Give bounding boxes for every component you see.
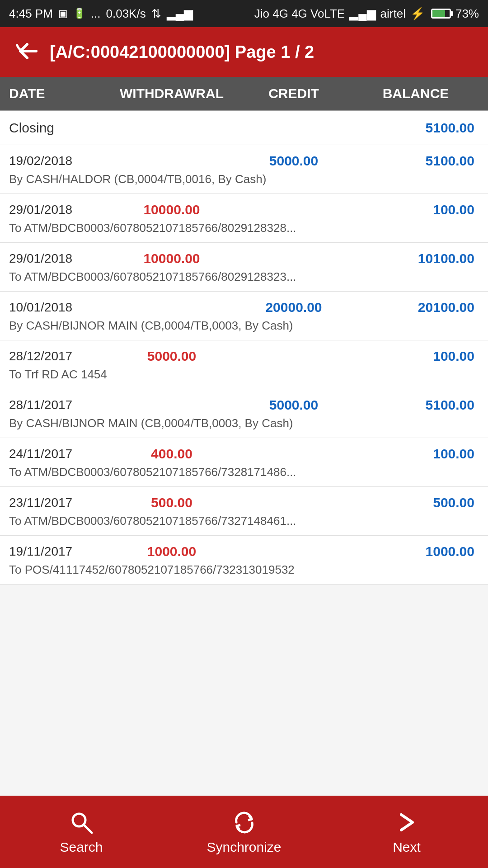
txn-withdrawal: 5000.00 xyxy=(108,349,235,364)
txn-withdrawal: 10000.00 xyxy=(108,251,235,266)
table-row: 19/02/20185000.005100.00By CASH/HALDOR (… xyxy=(0,145,488,194)
transactions-list: Closing 5100.00 19/02/20185000.005100.00… xyxy=(0,111,488,585)
table-row: 29/01/201810000.0010100.00To ATM/BDCB000… xyxy=(0,243,488,292)
table-row: 23/11/2017500.00500.00To ATM/BDCB0003/60… xyxy=(0,487,488,536)
txn-balance: 1000.00 xyxy=(352,544,479,559)
search-icon xyxy=(68,809,95,836)
status-icon-app1: ▣ xyxy=(58,8,68,19)
status-signal-bars2: ▂▄▆ xyxy=(349,7,375,21)
txn-description: To Trf RD AC 1454 xyxy=(0,366,488,389)
txn-date: 19/11/2017 xyxy=(9,544,108,559)
closing-label: Closing xyxy=(9,120,108,136)
status-signal-bars1: ▂▄▆ xyxy=(167,7,193,21)
txn-description: By CASH/BIJNOR MAIN (CB,0004/TB,0003, By… xyxy=(0,317,488,340)
txn-description: To POS/41117452/6078052107185766/7323130… xyxy=(0,561,488,584)
search-label: Search xyxy=(60,840,103,855)
col-balance: BALANCE xyxy=(352,86,479,101)
txn-date: 24/11/2017 xyxy=(9,447,108,461)
txn-date: 28/11/2017 xyxy=(9,398,108,412)
txn-balance: 100.00 xyxy=(352,446,479,462)
txn-credit: 20000.00 xyxy=(235,300,352,315)
txn-balance: 10100.00 xyxy=(352,251,479,266)
status-icon-battery-saver: 🔋 xyxy=(73,8,85,19)
status-charging-icon: ⚡ xyxy=(410,7,425,21)
txn-balance: 5100.00 xyxy=(352,397,479,413)
col-credit: CREDIT xyxy=(235,86,352,101)
table-row: 10/01/201820000.0020100.00By CASH/BIJNOR… xyxy=(0,292,488,340)
page-title: [A/C:00042100000000] Page 1 / 2 xyxy=(50,42,314,62)
txn-date: 29/01/2018 xyxy=(9,203,108,217)
txn-description: By CASH/BIJNOR MAIN (CB,0004/TB,0003, By… xyxy=(0,415,488,438)
status-time: 4:45 PM xyxy=(9,7,53,21)
next-label: Next xyxy=(393,840,421,855)
nav-synchronize[interactable]: Synchronize xyxy=(163,809,325,855)
col-withdrawal: WITHDRAWRAL xyxy=(108,86,235,101)
txn-balance: 100.00 xyxy=(352,349,479,364)
nav-next[interactable]: Next xyxy=(325,809,488,855)
col-date: DATE xyxy=(9,86,108,101)
txn-credit: 5000.00 xyxy=(235,397,352,413)
battery-icon xyxy=(431,9,451,19)
txn-balance: 500.00 xyxy=(352,495,479,510)
table-row: 28/12/20175000.00100.00To Trf RD AC 1454 xyxy=(0,340,488,389)
txn-withdrawal: 400.00 xyxy=(108,446,235,462)
status-carrier2: airtel xyxy=(380,7,406,21)
status-signal-icon: ⇅ xyxy=(151,7,161,21)
sync-icon xyxy=(230,809,258,836)
txn-description: To ATM/BDCB0003/6078052107185766/8029128… xyxy=(0,219,488,242)
txn-description: To ATM/BDCB0003/6078052107185766/7327148… xyxy=(0,512,488,535)
bottom-nav: Search Synchronize Next xyxy=(0,796,488,868)
txn-description: To ATM/BDCB0003/6078052107185766/8029128… xyxy=(0,268,488,291)
txn-date: 10/01/2018 xyxy=(9,300,108,315)
txn-credit: 5000.00 xyxy=(235,153,352,169)
synchronize-label: Synchronize xyxy=(206,840,281,855)
next-icon xyxy=(393,809,420,836)
battery-percent: 73% xyxy=(455,7,479,21)
txn-date: 23/11/2017 xyxy=(9,495,108,510)
nav-search[interactable]: Search xyxy=(0,809,163,855)
back-button[interactable] xyxy=(14,40,41,64)
svg-line-1 xyxy=(84,825,92,833)
status-carrier1: Jio 4G 4G VoLTE xyxy=(254,7,345,21)
transaction-entries: 19/02/20185000.005100.00By CASH/HALDOR (… xyxy=(0,145,488,585)
status-ellipsis: ... xyxy=(91,7,101,21)
txn-withdrawal: 500.00 xyxy=(108,495,235,510)
txn-date: 28/12/2017 xyxy=(9,349,108,363)
status-network-speed: 0.03K/s xyxy=(106,7,146,21)
txn-date: 29/01/2018 xyxy=(9,251,108,266)
txn-balance: 5100.00 xyxy=(352,153,479,169)
table-row: 28/11/20175000.005100.00By CASH/BIJNOR M… xyxy=(0,389,488,438)
txn-balance: 100.00 xyxy=(352,202,479,217)
closing-balance: 5100.00 xyxy=(352,120,479,136)
txn-balance: 20100.00 xyxy=(352,300,479,315)
table-row: 24/11/2017400.00100.00To ATM/BDCB0003/60… xyxy=(0,438,488,487)
txn-date: 19/02/2018 xyxy=(9,154,108,168)
table-row: 29/01/201810000.00100.00To ATM/BDCB0003/… xyxy=(0,194,488,243)
txn-withdrawal: 1000.00 xyxy=(108,544,235,559)
closing-row: Closing 5100.00 xyxy=(0,111,488,145)
txn-withdrawal: 10000.00 xyxy=(108,202,235,217)
battery-fill xyxy=(432,10,445,17)
txn-description: By CASH/HALDOR (CB,0004/TB,0016, By Cash… xyxy=(0,170,488,193)
page-header: [A/C:00042100000000] Page 1 / 2 xyxy=(0,27,488,77)
table-header: DATE WITHDRAWRAL CREDIT BALANCE xyxy=(0,77,488,111)
table-row: 19/11/20171000.001000.00To POS/41117452/… xyxy=(0,536,488,585)
txn-description: To ATM/BDCB0003/6078052107185766/7328171… xyxy=(0,463,488,486)
status-bar: 4:45 PM ▣ 🔋 ... 0.03K/s ⇅ ▂▄▆ Jio 4G 4G … xyxy=(0,0,488,27)
